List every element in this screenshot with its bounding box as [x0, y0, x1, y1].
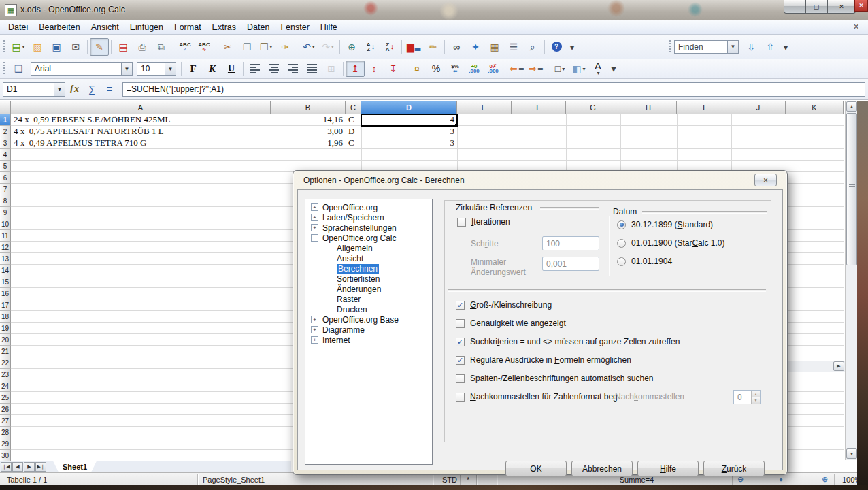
number-format-percent-button[interactable]: %	[427, 61, 446, 77]
next-sheet-button[interactable]: ▶	[24, 462, 35, 472]
column-header-f[interactable]: F	[512, 101, 566, 114]
font-color-button[interactable]: A▾	[588, 61, 607, 77]
option-checkbox-spalten-zeilenbeschriftungen-automatisch[interactable]: Spalten-/Zeilenbeschriftungen automatisc…	[456, 374, 680, 383]
increase-indent-button[interactable]: ⇒≣	[527, 61, 546, 77]
vertical-scrollbar[interactable]: ▲ ▼	[845, 101, 857, 460]
add-decimal-place-button[interactable]: +0.000	[465, 61, 484, 77]
row-header-29[interactable]: 29	[0, 438, 11, 450]
column-header-g[interactable]: G	[566, 101, 620, 114]
dialog-close-button[interactable]: ✕	[754, 174, 777, 186]
hilfe-button[interactable]: Hilfe	[637, 461, 699, 476]
row-header-1[interactable]: 1	[0, 114, 11, 126]
zoom-slider-thumb[interactable]: ●	[779, 476, 783, 483]
row-header-27[interactable]: 27	[0, 415, 11, 427]
delete-decimal-place-button[interactable]: 0✗.000	[484, 61, 503, 77]
align-top-button[interactable]: ↥	[346, 61, 365, 77]
column-header-b[interactable]: B	[271, 101, 346, 114]
row-header-11[interactable]: 11	[0, 230, 11, 242]
row-header-6[interactable]: 6	[0, 172, 11, 184]
column-header-e[interactable]: E	[457, 101, 512, 114]
cell-b2[interactable]: 3,00	[271, 126, 346, 137]
show-draw-functions-button[interactable]: ✏	[423, 38, 442, 56]
menu-ansicht[interactable]: Ansicht	[86, 20, 124, 34]
cell-a3[interactable]: 4 x 0,49 APFELMUS TETRA 710 G	[11, 137, 271, 149]
chevron-down-icon[interactable]: ▼	[54, 83, 65, 96]
gallery-button[interactable]: ▦	[485, 38, 504, 56]
option-checkbox-suchkriterien-und-m-ssen-auf-ganze-zelle[interactable]: ✓Suchkriterien = und <> müssen auf ganze…	[456, 337, 680, 346]
date-radio-01-01-1900-starcalc-1-0-[interactable]: 01.01.1900 (StarCalc 1.0)	[617, 238, 724, 248]
expand-icon[interactable]: +	[311, 326, 318, 333]
chevron-down-icon[interactable]: ▼	[165, 63, 176, 75]
row-header-13[interactable]: 13	[0, 253, 11, 265]
row-header-15[interactable]: 15	[0, 276, 11, 288]
row-header-4[interactable]: 4	[0, 149, 11, 161]
number-format-standard-button[interactable]: $%⇐	[446, 61, 465, 77]
sort-ascending-button[interactable]: AZ↓	[361, 38, 380, 56]
tree-item-raster[interactable]: Raster	[305, 294, 432, 304]
italic-button[interactable]: K	[203, 61, 222, 77]
chevron-down-icon[interactable]: ▾	[597, 70, 599, 76]
data-sources-button[interactable]: ☰	[504, 38, 523, 56]
toolbar-grip[interactable]	[3, 62, 5, 76]
save-button[interactable]: ▣	[47, 38, 66, 56]
chevron-down-icon[interactable]: ▾	[562, 66, 565, 72]
auto-spellcheck-button[interactable]: ABC∿	[195, 38, 214, 56]
toolbar-options-button[interactable]: ▾	[566, 38, 578, 56]
chevron-down-icon[interactable]: ▾	[331, 44, 334, 50]
tree-item-internet[interactable]: +Internet	[305, 335, 432, 345]
cell-d2[interactable]: 3	[361, 126, 457, 137]
menu-extras[interactable]: Extras	[207, 20, 241, 34]
scroll-right-icon[interactable]: ▶	[833, 361, 844, 371]
tree-item-openoffice-org[interactable]: +OpenOffice.org	[305, 202, 432, 212]
background-color-button[interactable]: ◧▾	[569, 61, 588, 77]
row-header-3[interactable]: 3	[0, 137, 11, 149]
row-header-7[interactable]: 7	[0, 184, 11, 195]
toolbar-options-button[interactable]: ▾	[607, 61, 620, 77]
chevron-down-icon[interactable]: ▼	[727, 41, 738, 53]
expand-icon[interactable]: +	[311, 336, 318, 344]
cell-d3[interactable]: 3	[361, 137, 457, 149]
tree-item-berechnen[interactable]: Berechnen	[305, 263, 432, 274]
tree-item-drucken[interactable]: Drucken	[305, 304, 432, 314]
row-header-2[interactable]: 2	[0, 126, 11, 137]
number-format-currency-button[interactable]: ¤	[407, 61, 427, 77]
borders-button[interactable]: □▾	[550, 61, 569, 77]
chevron-down-icon[interactable]: ▾	[22, 44, 25, 50]
expand-icon[interactable]: +	[311, 316, 318, 323]
menu-datei[interactable]: Datei	[3, 20, 33, 34]
spellcheck-button[interactable]: ABC✓	[176, 38, 195, 56]
date-radio-01-01-1904[interactable]: 01.01.1904	[617, 257, 672, 266]
undo-button[interactable]: ↶▾	[299, 38, 318, 56]
row-header-12[interactable]: 12	[0, 242, 11, 253]
menu-fenster[interactable]: Fenster	[275, 20, 314, 34]
column-header-c[interactable]: C	[346, 101, 361, 114]
option-checkbox-genauigkeit-wie-angezeigt[interactable]: Genauigkeit wie angezeigt	[456, 318, 680, 328]
iterations-checkbox[interactable]: Iterationen	[457, 217, 510, 227]
tree-item-openoffice-org-base[interactable]: +OpenOffice.org Base	[305, 314, 432, 325]
column-header-h[interactable]: H	[620, 101, 677, 114]
select-all-corner[interactable]	[0, 101, 11, 114]
row-header-17[interactable]: 17	[0, 299, 11, 311]
menu-einfgen[interactable]: Einfügen	[124, 20, 169, 34]
row-header-21[interactable]: 21	[0, 346, 11, 357]
cell-c3[interactable]: C	[346, 137, 361, 149]
menu-format[interactable]: Format	[169, 20, 207, 34]
close-document-icon[interactable]: ✕	[851, 22, 861, 32]
toolbar-grip[interactable]	[669, 40, 671, 54]
row-header-19[interactable]: 19	[0, 323, 11, 334]
formula-input[interactable]: =SUCHEN("[:upper:]?";A1)	[122, 82, 865, 97]
email-button[interactable]: ✉	[66, 38, 85, 56]
tree-item-allgemein[interactable]: Allgemein	[305, 243, 432, 253]
previous-sheet-button[interactable]: ◀	[12, 462, 23, 472]
scroll-up-icon[interactable]: ▲	[846, 101, 857, 112]
navigator-button[interactable]: ✦	[466, 38, 485, 56]
tree-item-ansicht[interactable]: Ansicht	[305, 253, 432, 263]
tree-item-sortierlisten[interactable]: Sortierlisten	[305, 274, 432, 284]
expand-icon[interactable]: +	[311, 203, 318, 211]
tree-item-spracheinstellungen[interactable]: +Spracheinstellungen	[305, 223, 432, 233]
print-button[interactable]: ⎙	[133, 38, 152, 56]
minimize-button[interactable]: —	[784, 0, 805, 14]
horizontal-scrollbar[interactable]: ▶	[788, 361, 845, 372]
row-header-24[interactable]: 24	[0, 380, 11, 392]
cell-b1[interactable]: 14,16	[271, 114, 346, 126]
